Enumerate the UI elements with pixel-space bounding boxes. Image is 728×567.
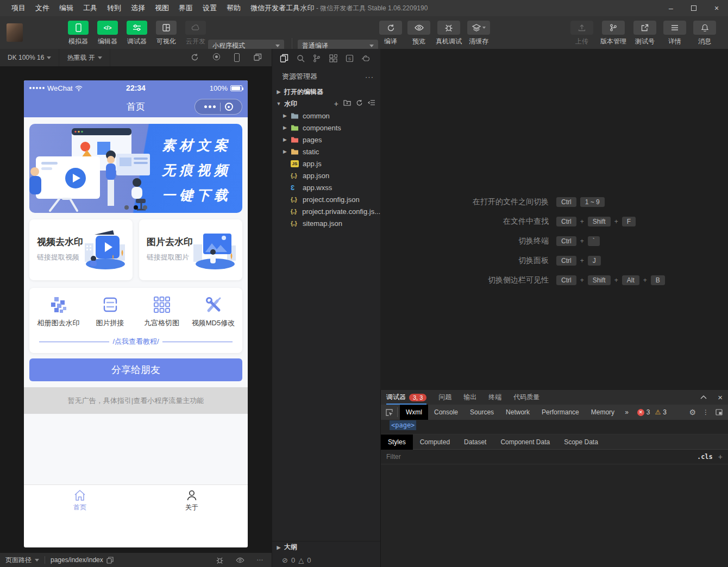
clear-cache-button[interactable]: 清缓存 (467, 21, 490, 46)
menu-item-7[interactable]: 界面 (174, 0, 198, 16)
tree-item-app-json[interactable]: {..}app.json (272, 169, 380, 181)
collapse-all-icon[interactable] (368, 99, 375, 108)
tool-item-0[interactable]: 相册图去水印 (33, 295, 84, 328)
kebab-menu-icon[interactable]: ⋮ (702, 408, 709, 416)
share-button[interactable]: 分享给朋友 (29, 358, 242, 381)
debug-tab-3[interactable]: 终端 (488, 390, 501, 405)
menu-item-9[interactable]: 帮助 (222, 0, 246, 16)
more-dots-icon[interactable] (204, 105, 216, 108)
upload-button[interactable]: 上传 (570, 21, 593, 46)
tree-item-app-js[interactable]: JSapp.js (272, 158, 380, 169)
settings-gear-icon[interactable]: ⚙ (689, 408, 696, 417)
source-control-icon[interactable] (310, 52, 323, 64)
collapse-panel-icon[interactable] (700, 395, 707, 399)
tree-item-static[interactable]: ▶static (272, 146, 380, 158)
tree-item-sitemap-json[interactable]: {..}sitemap.json (272, 217, 380, 229)
menu-item-1[interactable]: 文件 (30, 0, 54, 16)
tool-item-2[interactable]: 九宫格切图 (136, 295, 187, 328)
outline-section[interactable]: ▶ 大纲 (272, 541, 381, 553)
close-button[interactable]: × (705, 0, 728, 16)
debug-tab-2[interactable]: 输出 (463, 390, 476, 405)
page-path-select[interactable]: 页面路径 (5, 556, 32, 565)
device-zoom-select[interactable]: DK 100% 16 (0, 49, 59, 66)
tree-item-app-wxss[interactable]: 3app.wxss (272, 181, 380, 193)
debug-tab-0[interactable]: 调试器3, 3 (386, 390, 426, 405)
simulator-toggle-button[interactable]: 模拟器 (65, 21, 91, 46)
device-frame-icon[interactable] (234, 53, 240, 62)
tree-item-project-config-json[interactable]: {..}project.config.json (272, 193, 380, 205)
messages-button[interactable]: 消息 (693, 21, 716, 46)
record-icon[interactable] (213, 53, 220, 60)
preview-button[interactable]: 预览 (407, 21, 430, 46)
devtools-tab-wxml[interactable]: Wxml (400, 405, 428, 420)
project-root-section[interactable]: ▼ 水印 + (272, 98, 380, 110)
menu-item-6[interactable]: 视图 (150, 0, 174, 16)
menu-item-4[interactable]: 转到 (102, 0, 126, 16)
details-button[interactable]: 详情 (663, 21, 686, 46)
style-tab-dataset[interactable]: Dataset (457, 434, 493, 450)
debug-tab-1[interactable]: 问题 (438, 390, 451, 405)
minimize-button[interactable]: – (660, 0, 682, 16)
menu-item-3[interactable]: 工具 (78, 0, 102, 16)
version-manage-button[interactable]: 版本管理 (600, 21, 626, 46)
more-actions-icon[interactable]: ··· (365, 73, 374, 81)
dock-side-icon[interactable] (716, 409, 723, 415)
image-watermark-card[interactable]: 图片去水印 链接提取图片 (139, 219, 242, 280)
devtools-tab-network[interactable]: Network (500, 405, 536, 420)
style-tab-styles[interactable]: Styles (381, 434, 413, 450)
tool-item-1[interactable]: 图片拼接 (84, 295, 136, 328)
devtools-tab-performance[interactable]: Performance (536, 405, 585, 420)
menu-item-8[interactable]: 设置 (198, 0, 222, 16)
inspect-element-icon[interactable] (381, 408, 397, 417)
new-folder-icon[interactable] (343, 99, 351, 108)
devtools-tab-sources[interactable]: Sources (464, 405, 500, 420)
multi-window-icon[interactable] (254, 53, 262, 62)
maximize-button[interactable] (682, 0, 705, 16)
device-debug-button[interactable]: 真机调试 (436, 21, 462, 46)
hero-banner[interactable]: 素材文案 无痕视频 一键下载 (29, 124, 242, 213)
eye-icon[interactable] (236, 557, 244, 563)
devtools-tab-console[interactable]: Console (428, 405, 464, 420)
editor-toggle-button[interactable]: </> 编辑器 (95, 21, 121, 46)
tool-item-3[interactable]: 视频MD5修改 (187, 295, 239, 328)
refresh-icon[interactable] (356, 99, 363, 108)
debug-tab-4[interactable]: 代码质量 (513, 390, 539, 405)
close-panel-icon[interactable]: × (718, 393, 723, 402)
menu-item-2[interactable]: 编辑 (54, 0, 78, 16)
search-icon[interactable] (294, 52, 307, 64)
style-tab-component-data[interactable]: Component Data (493, 434, 557, 450)
bug-icon[interactable] (216, 557, 224, 564)
debugger-toggle-button[interactable]: 调试器 (124, 21, 150, 46)
style-tab-scope-data[interactable]: Scope Data (557, 434, 605, 450)
tree-item-pages[interactable]: ▶pages (272, 134, 380, 146)
tutorial-link[interactable]: /点我查看教程/ (39, 337, 233, 346)
toggle-class-button[interactable]: .cls (697, 453, 713, 461)
more-tabs-chevron[interactable]: » (620, 408, 633, 416)
teapot-icon[interactable] (359, 52, 372, 64)
element-tag[interactable]: <page> (390, 420, 416, 430)
new-style-rule-icon[interactable]: + (718, 452, 723, 461)
style-filter-input[interactable] (386, 453, 692, 461)
style-tab-computed[interactable]: Computed (413, 434, 457, 450)
files-icon[interactable] (278, 52, 291, 64)
tree-item-common[interactable]: ▶common (272, 110, 380, 122)
menu-item-0[interactable]: 项目 (7, 0, 30, 16)
cloud-dev-button[interactable]: 云开发 (183, 21, 209, 46)
copy-icon[interactable] (106, 557, 114, 564)
new-file-icon[interactable]: + (334, 99, 338, 108)
tree-item-project-private-config-js-[interactable]: {..}project.private.config.js... (272, 205, 380, 217)
menu-item-5[interactable]: 选择 (126, 0, 150, 16)
user-avatar[interactable] (7, 23, 23, 42)
widgets-icon[interactable] (327, 52, 340, 64)
compile-button[interactable]: 编译 (379, 21, 402, 46)
visual-toggle-button[interactable]: 可视化 (153, 21, 179, 46)
video-watermark-card[interactable]: 视频去水印 链接提取视频 (29, 219, 133, 280)
wxml-element-tree[interactable]: <page> (381, 420, 728, 434)
storage-icon[interactable]: S (343, 52, 356, 64)
ellipsis-icon[interactable]: ⋯ (256, 556, 263, 564)
devtools-tab-memory[interactable]: Memory (585, 405, 620, 420)
open-editors-section[interactable]: ▶ 打开的编辑器 (272, 86, 380, 98)
exit-target-icon[interactable] (225, 103, 233, 111)
tab-about[interactable]: 关于 (136, 485, 248, 516)
tab-home[interactable]: 首页 (24, 485, 136, 516)
